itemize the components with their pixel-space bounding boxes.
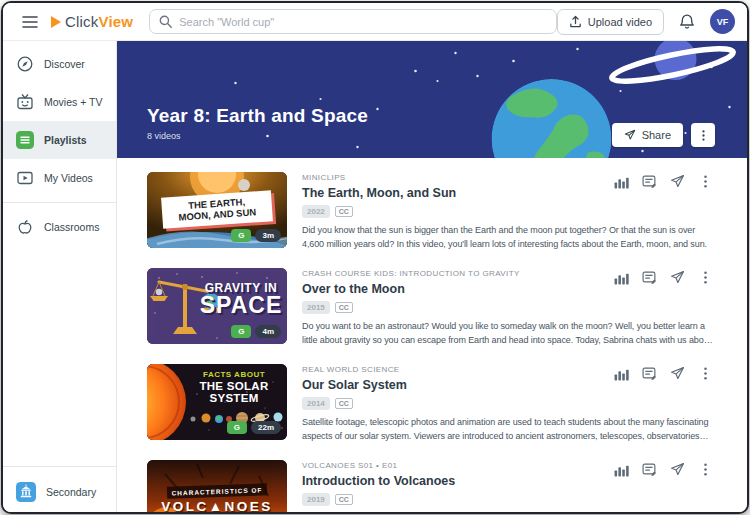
sidebar-label: Movies + TV xyxy=(44,96,102,108)
compass-icon xyxy=(16,55,34,73)
search-icon xyxy=(159,15,172,28)
rating-badge: G xyxy=(227,421,247,434)
closed-captions-badge: CC xyxy=(335,206,353,217)
video-list: THE EARTH, MOON, AND SUN G 3m MINICLIPS … xyxy=(117,158,747,512)
video-play-icon xyxy=(16,169,34,187)
sidebar-item-my-videos[interactable]: My Videos xyxy=(3,159,116,197)
year-badge: 2015 xyxy=(302,301,330,314)
logo-text-click: Click xyxy=(65,13,99,30)
add-to-playlist-icon[interactable] xyxy=(642,270,657,285)
sidebar-item-playlists[interactable]: Playlists xyxy=(3,121,116,159)
upload-icon xyxy=(569,15,582,28)
notifications-bell-icon[interactable] xyxy=(679,13,695,30)
duration-badge: 22m xyxy=(251,421,281,434)
app-window: ClickView Upload video VF xyxy=(1,1,749,514)
add-to-playlist-icon[interactable] xyxy=(642,174,657,189)
send-icon[interactable] xyxy=(670,270,685,285)
sidebar: Discover Movies + TV Playlists My Videos xyxy=(3,41,117,512)
year-badge: 2014 xyxy=(302,397,330,410)
video-thumbnail[interactable]: GRAVITY IN SPACE G 4m xyxy=(147,268,287,344)
sidebar-label: Playlists xyxy=(44,134,87,146)
playlist-title: Year 8: Earth and Space xyxy=(147,105,368,127)
playlists-icon xyxy=(16,131,34,149)
tv-icon xyxy=(16,93,34,111)
closed-captions-badge: CC xyxy=(335,398,353,409)
analytics-icon[interactable] xyxy=(614,174,629,189)
video-description: Satellite footage, telescopic photos and… xyxy=(302,416,713,443)
analytics-icon[interactable] xyxy=(614,366,629,381)
share-label: Share xyxy=(642,129,671,141)
school-building-icon xyxy=(16,482,36,502)
rating-badge: G xyxy=(231,229,251,242)
share-button[interactable]: Share xyxy=(612,123,683,147)
analytics-icon[interactable] xyxy=(614,270,629,285)
search-input[interactable] xyxy=(179,16,547,28)
play-triangle-icon xyxy=(51,16,61,28)
closed-captions-badge: CC xyxy=(335,494,353,505)
sidebar-label: My Videos xyxy=(44,172,93,184)
add-to-playlist-icon[interactable] xyxy=(642,366,657,381)
video-description: Did you know that the sun is bigger than… xyxy=(302,224,713,251)
upload-label: Upload video xyxy=(588,16,652,28)
playlist-more-options-button[interactable] xyxy=(691,123,715,147)
year-badge: 2022 xyxy=(302,205,330,218)
more-options-icon[interactable] xyxy=(698,462,713,477)
sidebar-divider xyxy=(3,202,116,203)
video-row: GRAVITY IN SPACE G 4m CRASH COURSE KIDS:… xyxy=(147,259,713,355)
sidebar-footer-label: Secondary xyxy=(46,486,96,498)
closed-captions-badge: CC xyxy=(335,302,353,313)
video-row: CHARACTERISTICS OF VOLC▲NOES G 5m VOLCAN… xyxy=(147,451,713,512)
video-thumbnail[interactable]: CHARACTERISTICS OF VOLC▲NOES G 5m xyxy=(147,460,287,512)
sidebar-label: Classrooms xyxy=(44,221,99,233)
clickview-logo[interactable]: ClickView xyxy=(51,13,133,31)
duration-badge: 3m xyxy=(255,229,281,242)
menu-icon[interactable] xyxy=(19,11,41,33)
video-row: FACTS ABOUT THE SOLAR SYSTEM G 22m REAL … xyxy=(147,355,713,451)
add-to-playlist-icon[interactable] xyxy=(642,462,657,477)
user-avatar[interactable]: VF xyxy=(710,9,735,34)
duration-badge: 4m xyxy=(255,325,281,338)
video-thumbnail[interactable]: FACTS ABOUT THE SOLAR SYSTEM G 22m xyxy=(147,364,287,440)
send-icon[interactable] xyxy=(670,366,685,381)
sidebar-item-movies-tv[interactable]: Movies + TV xyxy=(3,83,116,121)
logo-text-view: View xyxy=(99,13,134,30)
send-icon[interactable] xyxy=(670,174,685,189)
thumbnail-title-label: VOLC▲NOES xyxy=(147,499,287,512)
search-bar[interactable] xyxy=(149,9,557,34)
rating-badge: G xyxy=(231,325,251,338)
apple-icon xyxy=(16,218,34,236)
thumbnail-title-label: GRAVITY IN SPACE xyxy=(199,281,283,317)
more-options-icon[interactable] xyxy=(698,366,713,381)
thumbnail-title-label: FACTS ABOUT THE SOLAR SYSTEM xyxy=(183,370,285,404)
video-row: THE EARTH, MOON, AND SUN G 3m MINICLIPS … xyxy=(147,163,713,259)
upload-video-button[interactable]: Upload video xyxy=(557,9,664,35)
share-icon xyxy=(624,129,636,141)
sidebar-item-discover[interactable]: Discover xyxy=(3,45,116,83)
top-bar: ClickView Upload video VF xyxy=(3,3,747,41)
year-badge: 2019 xyxy=(302,493,330,506)
sidebar-item-classrooms[interactable]: Classrooms xyxy=(3,208,116,246)
analytics-icon[interactable] xyxy=(614,462,629,477)
more-options-icon[interactable] xyxy=(698,174,713,189)
playlist-video-count: 8 videos xyxy=(147,131,368,141)
playlist-banner: Year 8: Earth and Space 8 videos Share xyxy=(117,41,747,158)
more-options-icon[interactable] xyxy=(698,270,713,285)
video-description: Do you want to be an astronaut? Would yo… xyxy=(302,320,713,347)
sidebar-divider xyxy=(3,466,116,467)
sidebar-item-secondary[interactable]: Secondary xyxy=(3,472,116,512)
send-icon[interactable] xyxy=(670,462,685,477)
sidebar-label: Discover xyxy=(44,58,85,70)
video-thumbnail[interactable]: THE EARTH, MOON, AND SUN G 3m xyxy=(147,172,287,248)
